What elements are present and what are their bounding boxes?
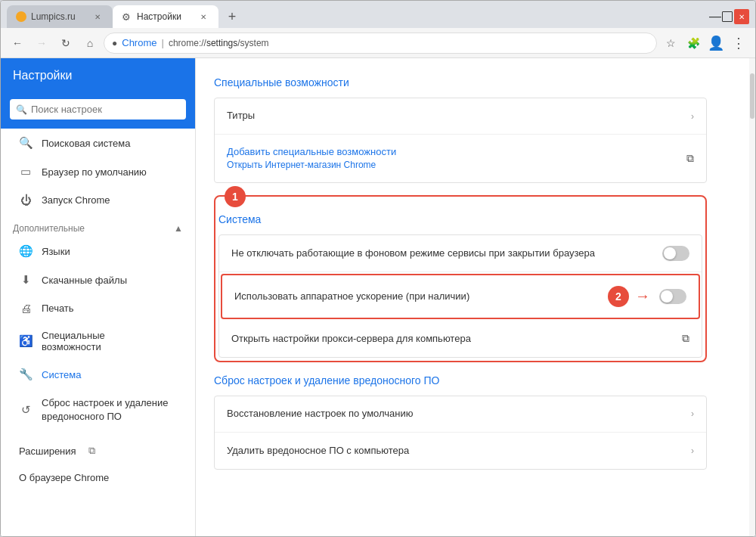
system-badge-2: 2: [608, 286, 629, 307]
close-button[interactable]: ✕: [734, 9, 749, 24]
tab-lumpics-label: Lumpics.ru: [31, 11, 87, 22]
advanced-expand-icon: ▲: [174, 223, 183, 234]
new-tab-button[interactable]: +: [222, 6, 243, 27]
url-separator: |: [162, 37, 164, 48]
sidebar-item-reset-label: Сброс настроек и удаление вредоносного П…: [42, 396, 183, 424]
background-services-action: [662, 246, 689, 261]
captions-label: Титры: [227, 109, 691, 123]
profile-button[interactable]: 👤: [705, 33, 727, 54]
extension-button[interactable]: 🧩: [683, 33, 704, 54]
languages-icon: 🌐: [19, 244, 33, 258]
sidebar-extensions-label: Расширения: [19, 445, 76, 457]
forward-button[interactable]: →: [31, 33, 52, 54]
background-services-row[interactable]: Не отключать работающие в фоновом режиме…: [219, 235, 702, 272]
restore-button[interactable]: [722, 11, 733, 22]
startup-icon: ⏻: [19, 194, 33, 206]
proxy-settings-row[interactable]: Открыть настройки прокси-сервера для ком…: [219, 321, 702, 357]
reset-icon: ↺: [19, 403, 33, 417]
background-services-label: Не отключать работающие в фоновом режиме…: [231, 247, 650, 260]
reload-button[interactable]: ↻: [55, 33, 76, 54]
remove-malware-label: Удалить вредоносное ПО с компьютера: [227, 444, 691, 458]
restore-defaults-chevron: ›: [691, 408, 694, 419]
sidebar-item-system-label: Система: [42, 369, 81, 380]
sidebar-about-label: О браузере Chrome: [19, 472, 109, 483]
proxy-settings-label: Открыть настройки прокси-сервера для ком…: [231, 332, 670, 346]
sidebar-item-about[interactable]: О браузере Chrome: [1, 464, 195, 491]
scrollbar-thumb[interactable]: [750, 73, 754, 119]
sidebar-item-downloads-label: Скачанные файлы: [42, 275, 127, 286]
proxy-external-icon: ⧉: [682, 332, 689, 345]
chrome-brand-label: Chrome: [122, 37, 156, 48]
hardware-acceleration-label: Использовать аппаратное ускорение (при н…: [234, 290, 596, 303]
address-bar[interactable]: ● Chrome | chrome://settings/system: [104, 33, 657, 54]
remove-malware-chevron: ›: [691, 445, 694, 456]
downloads-icon: ⬇: [19, 273, 33, 287]
add-accessibility-external-icon: ⧉: [686, 152, 694, 165]
sidebar-item-languages[interactable]: 🌐 Языки: [1, 237, 195, 265]
hardware-acceleration-action: 2 →: [608, 286, 686, 307]
search-engine-icon: 🔍: [19, 136, 33, 150]
restore-defaults-row[interactable]: Восстановление настроек по умолчанию ›: [215, 396, 706, 433]
sidebar-item-system[interactable]: 🔧 Система: [1, 360, 195, 389]
hardware-acceleration-toggle[interactable]: [659, 289, 686, 304]
system-card: Не отключать работающие в фоновом режиме…: [218, 234, 702, 358]
sidebar-item-extensions[interactable]: Расширения ⧉: [1, 437, 195, 464]
default-browser-icon: ▭: [19, 165, 33, 178]
sidebar-search-input[interactable]: [10, 99, 186, 120]
remove-malware-row[interactable]: Удалить вредоносное ПО с компьютера ›: [215, 433, 706, 469]
tab-settings-label: Настройки: [137, 11, 193, 22]
sidebar-item-downloads[interactable]: ⬇ Скачанные файлы: [1, 265, 195, 294]
window-controls: — ✕: [704, 5, 755, 28]
back-button[interactable]: ←: [7, 33, 28, 54]
bookmark-button[interactable]: ☆: [660, 33, 681, 54]
captions-chevron: ›: [691, 111, 694, 122]
background-services-toggle[interactable]: [662, 246, 689, 261]
url-text: chrome://settings/system: [169, 38, 269, 48]
hw-arrow-icon: →: [635, 287, 650, 305]
extensions-external-icon: ⧉: [88, 445, 95, 457]
sidebar-item-startup[interactable]: ⏻ Запуск Chrome: [1, 186, 195, 214]
print-icon: 🖨: [19, 302, 33, 315]
lumpics-favicon: [16, 11, 26, 22]
browser-window: Lumpics.ru ✕ ⚙ Настройки ✕ + — ✕ ← → ↻ ⌂…: [0, 0, 756, 537]
sidebar-item-default-browser-label: Браузер по умолчанию: [42, 166, 147, 178]
content-inner: Специальные возможности Титры › Добавить…: [196, 58, 725, 494]
settings-favicon: ⚙: [122, 11, 132, 22]
system-icon: 🔧: [19, 368, 33, 381]
sidebar: Настройки 🔍 🔍 Поисковая система ▭ Браузе…: [1, 58, 196, 536]
sidebar-item-print[interactable]: 🖨 Печать: [1, 294, 195, 322]
tab-lumpics[interactable]: Lumpics.ru ✕: [7, 5, 113, 28]
add-accessibility-label: Добавить специальные возможности: [227, 145, 686, 159]
home-button[interactable]: ⌂: [79, 33, 101, 54]
menu-button[interactable]: ⋮: [728, 33, 749, 54]
scrollbar-track[interactable]: [749, 58, 755, 536]
advanced-section-title[interactable]: Дополнительные ▲: [1, 214, 195, 237]
sidebar-search-wrapper: 🔍: [10, 99, 186, 120]
content-area: Специальные возможности Титры › Добавить…: [196, 58, 749, 536]
main-area: Настройки 🔍 🔍 Поисковая система ▭ Браузе…: [1, 58, 755, 536]
hardware-acceleration-row[interactable]: Использовать аппаратное ускорение (при н…: [221, 274, 700, 319]
minimize-button[interactable]: —: [710, 11, 720, 22]
reset-section-title: Сброс настроек и удаление вредоносного П…: [214, 374, 707, 386]
reset-section: Сброс настроек и удаление вредоносного П…: [214, 374, 707, 470]
tab-lumpics-close[interactable]: ✕: [91, 11, 104, 23]
sidebar-item-default-browser[interactable]: ▭ Браузер по умолчанию: [1, 157, 195, 186]
accessibility-card: Титры › Добавить специальные возможности…: [214, 98, 707, 183]
sidebar-item-accessibility[interactable]: ♿ Специальныевозможности: [1, 322, 195, 360]
proxy-settings-action: ⧉: [682, 332, 689, 345]
accessibility-section-title: Специальные возможности: [214, 76, 707, 88]
sidebar-item-print-label: Печать: [42, 303, 74, 314]
sidebar-title: Настройки: [1, 58, 195, 93]
sidebar-item-search-engine[interactable]: 🔍 Поисковая система: [1, 129, 195, 157]
navigation-bar: ← → ↻ ⌂ ● Chrome | chrome://settings/sys…: [1, 28, 755, 58]
tab-settings[interactable]: ⚙ Настройки ✕: [113, 5, 218, 28]
sidebar-item-reset[interactable]: ↺ Сброс настроек и удаление вредоносного…: [1, 389, 195, 431]
title-bar: Lumpics.ru ✕ ⚙ Настройки ✕ + — ✕: [1, 1, 755, 28]
tab-settings-close[interactable]: ✕: [197, 11, 209, 23]
add-accessibility-row[interactable]: Добавить специальные возможности Открыть…: [215, 135, 706, 182]
sidebar-item-languages-label: Языки: [42, 246, 70, 257]
captions-row[interactable]: Титры ›: [215, 98, 706, 135]
restore-defaults-label: Восстановление настроек по умолчанию: [227, 407, 691, 421]
sidebar-item-search-engine-label: Поисковая система: [42, 138, 131, 149]
reset-card: Восстановление настроек по умолчанию › У…: [214, 396, 707, 470]
